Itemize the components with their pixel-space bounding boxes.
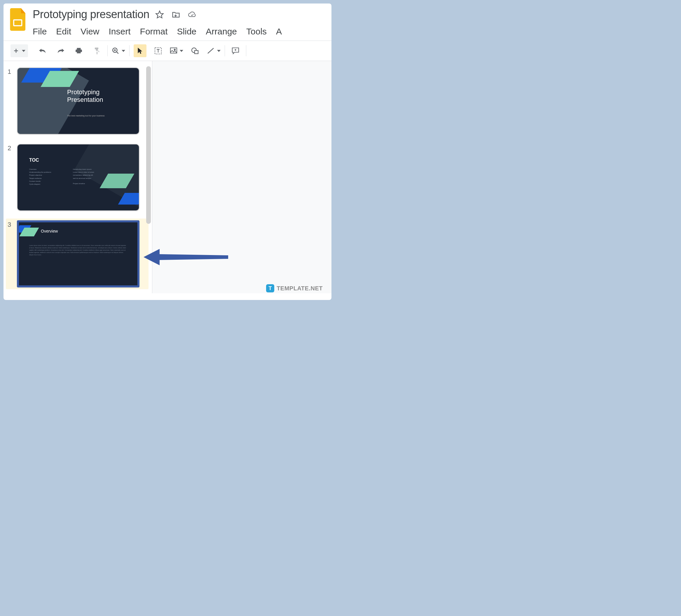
slide2-col1: Overview Understanding the problems Proj… (29, 168, 51, 186)
slide3-title: Overview (41, 229, 58, 233)
slide2-col2: Introducing lorem ipsum Lorem ipsum dolo… (73, 168, 94, 185)
thumbnail-canvas: TOC Overview Understanding the problems … (17, 144, 140, 211)
line-button[interactable] (207, 47, 221, 54)
filmstrip-scrollbar[interactable] (146, 66, 151, 230)
header: Prototyping presentation File Edit View (3, 3, 331, 36)
title-icons (155, 9, 197, 20)
zoom-button[interactable] (112, 47, 125, 54)
toolbar (3, 41, 331, 61)
image-button[interactable] (170, 47, 183, 54)
select-tool-button[interactable] (134, 44, 147, 57)
shape-button[interactable] (188, 44, 201, 57)
slide-thumbnail-2[interactable]: 2 TOC Overview Understanding the problem… (6, 142, 149, 213)
chevron-down-icon (122, 50, 125, 52)
svg-rect-7 (195, 50, 198, 54)
redo-button[interactable] (54, 44, 67, 57)
menu-arrange[interactable]: Arrange (206, 27, 237, 36)
watermark-text: TEMPLATE.NET (277, 285, 323, 292)
menu-edit[interactable]: Edit (56, 27, 71, 36)
move-folder-icon[interactable] (171, 9, 181, 20)
comment-button[interactable] (229, 44, 242, 57)
menu-addons-partial[interactable]: A (276, 27, 282, 36)
slide-thumbnail-1[interactable]: 1 Prototyping Presentation The best mark… (6, 66, 149, 136)
thumbnail-canvas-selected: Overview Lorem ipsum dolor sit amet, con… (17, 220, 140, 288)
slide-thumbnail-3[interactable]: 3 Overview Lorem ipsum dolor sit amet, c… (6, 219, 149, 289)
textbox-button[interactable] (152, 44, 165, 57)
chevron-down-icon (217, 50, 221, 52)
slide-number: 1 (7, 67, 13, 134)
menu-slide[interactable]: Slide (177, 27, 197, 36)
menu-insert[interactable]: Insert (109, 27, 131, 36)
undo-button[interactable] (36, 44, 49, 57)
menu-format[interactable]: Format (140, 27, 168, 36)
slide-filmstrip[interactable]: 1 Prototyping Presentation The best mark… (3, 61, 152, 293)
new-slide-button[interactable] (10, 44, 28, 57)
document-title[interactable]: Prototyping presentation (33, 8, 149, 21)
chevron-down-icon (180, 50, 183, 52)
header-main: Prototyping presentation File Edit View (33, 6, 327, 36)
slide-number: 3 (7, 220, 13, 288)
slides-app-icon (7, 6, 29, 33)
thumbnail-canvas: Prototyping Presentation The best market… (17, 67, 140, 134)
svg-point-5 (174, 49, 175, 50)
app-window: Prototyping presentation File Edit View (3, 3, 331, 300)
slide3-body: Lorem ipsum dolor sit amet, consectetur … (29, 244, 127, 256)
slide-canvas[interactable] (152, 61, 331, 293)
body: 1 Prototyping Presentation The best mark… (3, 61, 331, 293)
title-row: Prototyping presentation (33, 8, 327, 21)
slide-number: 2 (7, 144, 13, 211)
print-button[interactable] (72, 44, 85, 57)
slide2-title: TOC (29, 157, 39, 163)
scrollbar-thumb[interactable] (146, 66, 151, 224)
slide1-title-l1: Prototyping (67, 89, 100, 96)
svg-marker-1 (156, 11, 163, 18)
menu-file[interactable]: File (33, 27, 47, 36)
paint-format-button[interactable] (91, 44, 103, 57)
slide1-subtitle: The best marketing tool for your busines… (67, 115, 104, 117)
star-icon[interactable] (155, 9, 165, 20)
menu-view[interactable]: View (80, 27, 99, 36)
menu-tools[interactable]: Tools (246, 27, 267, 36)
cloud-status-icon[interactable] (187, 9, 197, 20)
menu-bar: File Edit View Insert Format Slide Arran… (33, 27, 327, 36)
watermark: T TEMPLATE.NET (266, 284, 323, 292)
watermark-icon: T (266, 284, 274, 292)
chevron-down-icon (22, 50, 25, 52)
slide1-title-l2: Presentation (67, 96, 103, 103)
